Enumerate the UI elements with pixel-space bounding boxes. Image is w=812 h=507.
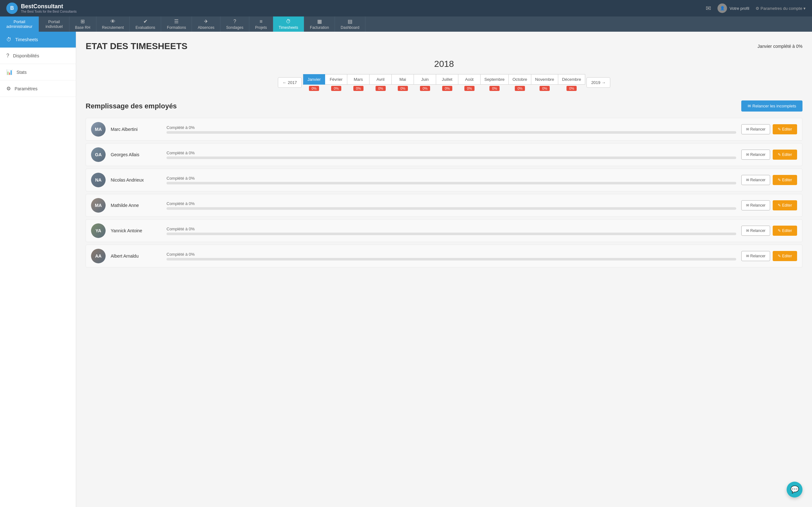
relancer-button[interactable]: ✉ Relancer	[741, 200, 770, 210]
table-row: YA Yannick Antoine Complété à 0% ✉ Relan…	[86, 219, 803, 242]
employee-status: Complété à 0%	[166, 252, 736, 257]
month-badge-4: 0%	[398, 86, 408, 91]
chat-bubble[interactable]: 💬	[786, 482, 803, 498]
month-col-7: Août0%	[458, 74, 480, 91]
main-tab-timesheets[interactable]: ⏱Timesheets	[273, 16, 305, 32]
month-btn-mai[interactable]: Mai	[392, 74, 414, 84]
main-tab-recrutement[interactable]: 👁Recrutement	[96, 16, 130, 32]
employee-progress-area: Complété à 0%	[166, 252, 736, 261]
params-area[interactable]: ⚙ Parametres du compte ▾	[756, 6, 806, 11]
facturation-icon: ▦	[317, 18, 322, 24]
month-badge-11: 0%	[566, 86, 577, 91]
prev-year-btn[interactable]: ← 2017	[278, 77, 302, 88]
month-col-9: Octobre0%	[509, 74, 531, 91]
month-col-3: Avril0%	[369, 74, 392, 91]
main-tab-label: Projets	[255, 25, 267, 30]
employee-avatar: MA	[91, 198, 106, 213]
month-btn-juillet[interactable]: Juillet	[436, 74, 458, 84]
main-tab-sondages[interactable]: ?Sondages	[220, 16, 249, 32]
chevron-down-icon: ▾	[803, 6, 806, 11]
month-btn-décembre[interactable]: Décembre	[558, 74, 585, 84]
employee-progress-area: Complété à 0%	[166, 176, 736, 184]
profile-area[interactable]: 👤 Votre profil	[717, 3, 749, 13]
month-col-0: Janvier0%	[303, 74, 325, 91]
relancer-button[interactable]: ✉ Relancer	[741, 251, 770, 261]
table-row: MA Marc Albertini Complété à 0% ✉ Relanc…	[86, 118, 803, 141]
sidebar-item-parametres[interactable]: ⚙Paramètres	[0, 80, 76, 97]
month-btn-avril[interactable]: Avril	[369, 74, 392, 84]
main-tab-label: Evaluations	[136, 25, 155, 30]
table-row: GA Georges Allais Complété à 0% ✉ Relanc…	[86, 143, 803, 166]
editer-button[interactable]: ✎ Editer	[773, 251, 797, 261]
month-badge-8: 0%	[490, 86, 500, 91]
employee-progress-area: Complété à 0%	[166, 125, 736, 134]
avatar: 👤	[717, 3, 727, 13]
table-row: NA Nicolas Andrieux Complété à 0% ✉ Rela…	[86, 169, 803, 191]
employee-status: Complété à 0%	[166, 176, 736, 181]
month-col-8: Septembre0%	[480, 74, 509, 91]
month-col-6: Juillet0%	[436, 74, 458, 91]
main-tab-dashboard[interactable]: ▤Dashboard	[335, 16, 365, 32]
relancer-button[interactable]: ✉ Relancer	[741, 124, 770, 134]
gear-icon: ⚙	[756, 6, 761, 11]
next-year-btn[interactable]: 2019 →	[587, 77, 611, 88]
main-tab-facturation[interactable]: ▦Facturation	[304, 16, 335, 32]
table-row: AA Albert Arnaldu Complété à 0% ✉ Relanc…	[86, 245, 803, 268]
month-btn-mars[interactable]: Mars	[347, 74, 369, 84]
employee-actions: ✉ Relancer ✎ Editer	[741, 226, 797, 236]
relancer-button[interactable]: ✉ Relancer	[741, 150, 770, 160]
editer-button[interactable]: ✎ Editer	[773, 175, 797, 185]
sidebar-item-timesheets[interactable]: ⏱Timesheets	[0, 32, 76, 48]
editer-button[interactable]: ✎ Editer	[773, 226, 797, 236]
second-nav: Portailadministrateur Portailindividuel …	[0, 16, 812, 32]
employee-status: Complété à 0%	[166, 125, 736, 130]
main-tab-absences[interactable]: ✈Absences	[192, 16, 220, 32]
month-btn-janvier[interactable]: Janvier	[303, 74, 325, 84]
editer-button[interactable]: ✎ Editer	[773, 124, 797, 134]
evaluations-icon: ✔	[143, 18, 148, 24]
recrutement-icon: 👁	[110, 19, 115, 24]
month-badge-2: 0%	[353, 86, 363, 91]
month-badge-7: 0%	[464, 86, 474, 91]
employee-name: Georges Allais	[111, 152, 161, 157]
relancer-button[interactable]: ✉ Relancer	[741, 175, 770, 185]
employee-name: Albert Arnaldu	[111, 253, 161, 259]
month-btn-octobre[interactable]: Octobre	[509, 74, 531, 84]
month-btn-février[interactable]: Février	[325, 74, 347, 84]
main-tab-evaluations[interactable]: ✔Evaluations	[130, 16, 161, 32]
month-btn-septembre[interactable]: Septembre	[480, 74, 509, 84]
absences-icon: ✈	[204, 18, 208, 24]
main-tab-base-rh[interactable]: ⊞Base RH	[69, 16, 96, 32]
sidebar-item-stats[interactable]: 📊Stats	[0, 64, 76, 80]
employee-progress-area: Complété à 0%	[166, 151, 736, 159]
employee-status: Complété à 0%	[166, 227, 736, 231]
relancer-all-button[interactable]: ✉ Relancer les incomplets	[741, 101, 803, 112]
main-tabs: ⊞Base RH👁Recrutement✔Evaluations☰Formati…	[69, 16, 812, 32]
mail-icon[interactable]: ✉	[706, 4, 711, 12]
editer-button[interactable]: ✎ Editer	[773, 200, 797, 210]
relancer-button[interactable]: ✉ Relancer	[741, 226, 770, 236]
top-right: ✉ 👤 Votre profil ⚙ Parametres du compte …	[706, 3, 806, 13]
month-btn-juin[interactable]: Juin	[414, 74, 436, 84]
avatar-image: AA	[91, 249, 106, 263]
sondages-icon: ?	[234, 19, 236, 24]
sidebar-item-disponibilites[interactable]: ?Disponibilités	[0, 48, 76, 64]
progress-bar-bg	[166, 182, 736, 184]
month-badge-0: 0%	[309, 86, 319, 91]
editer-button[interactable]: ✎ Editer	[773, 150, 797, 160]
sidebar: ⏱Timesheets?Disponibilités📊Stats⚙Paramèt…	[0, 32, 76, 507]
month-btn-novembre[interactable]: Novembre	[531, 74, 558, 84]
month-col-10: Novembre0%	[531, 74, 558, 91]
employees-container: MA Marc Albertini Complété à 0% ✉ Relanc…	[86, 118, 803, 268]
month-badge-1: 0%	[331, 86, 341, 91]
progress-bar-bg	[166, 207, 736, 210]
portal-tab-individual[interactable]: Portailindividuel	[39, 16, 69, 32]
main-tab-formations[interactable]: ☰Formations	[161, 16, 192, 32]
avatar-image: MA	[91, 122, 106, 136]
main-tab-label: Dashboard	[341, 25, 359, 30]
year-section: 2018 ← 2017 Janvier0%Février0%Mars0%Avri…	[86, 59, 803, 91]
main-tab-projets[interactable]: ≡Projets	[249, 16, 273, 32]
dashboard-icon: ▤	[348, 18, 352, 24]
portal-tab-admin[interactable]: Portailadministrateur	[0, 16, 39, 32]
month-btn-août[interactable]: Août	[458, 74, 480, 84]
